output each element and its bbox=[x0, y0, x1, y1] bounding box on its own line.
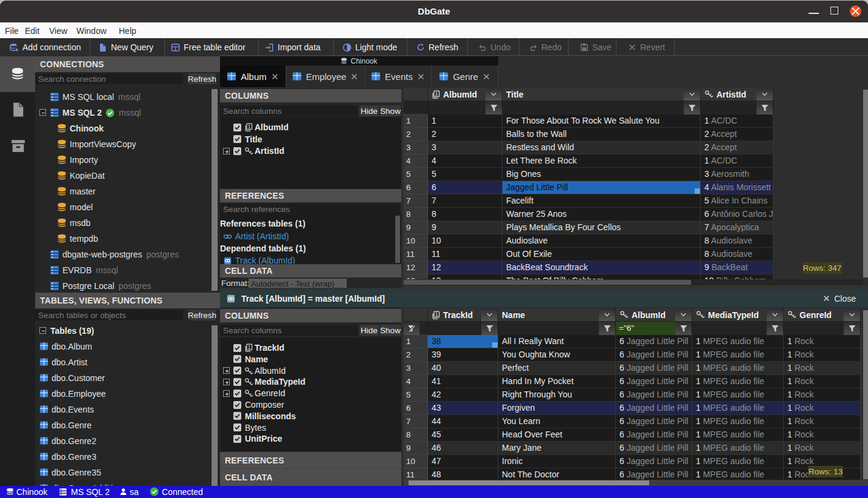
svg-text:1: 1 bbox=[248, 124, 251, 130]
svg-text:1: 1 bbox=[248, 344, 251, 350]
svg-text:1: 1 bbox=[435, 311, 438, 317]
svg-text:1: 1 bbox=[435, 90, 438, 96]
